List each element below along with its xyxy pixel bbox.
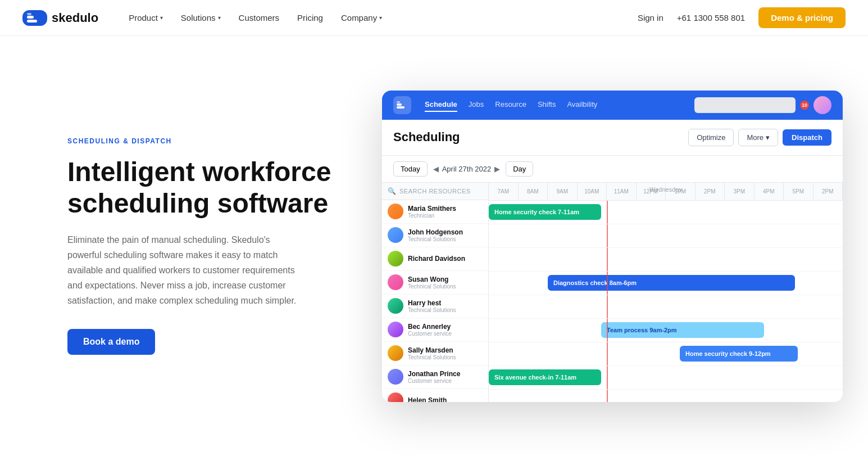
current-time-line [607, 201, 608, 224]
user-avatar[interactable] [814, 96, 831, 114]
time-label: 3PM [725, 183, 755, 200]
resource-row: Harry hest Technical Solutions [382, 295, 488, 318]
chevron-down-icon: ▾ [379, 15, 382, 21]
hero-left: SCHEDULING & DISPATCH Intelligent workfo… [67, 137, 348, 354]
logo-icon [22, 10, 47, 26]
optimize-button[interactable]: Optimize [688, 129, 734, 146]
resource-info: Maria Smithers Technician [408, 205, 483, 219]
resource-row: Jonathan Prince Customer service [382, 365, 488, 389]
time-label: 2PM [696, 183, 725, 200]
resource-avatar [388, 204, 403, 219]
scheduling-actions: Optimize More ▾ Dispatch [688, 129, 831, 146]
hero-description: Eliminate the pain of manual scheduling.… [67, 232, 303, 309]
resource-info: Susan Wong Technical Solutions [408, 276, 483, 290]
current-time-line [607, 224, 608, 247]
dispatch-button[interactable]: Dispatch [783, 129, 831, 146]
current-time-line [607, 390, 608, 402]
chevron-down-icon: ▾ [766, 133, 770, 142]
today-button[interactable]: Today [393, 161, 428, 177]
current-time-line [607, 272, 608, 295]
resource-row: Richard Davidson [382, 247, 488, 271]
event-block[interactable]: Home security check 9-12pm [680, 346, 798, 362]
app-nav-jobs[interactable]: Jobs [469, 98, 484, 112]
current-time-line [607, 319, 608, 342]
date-bar: Today ◀ April 27th 2022 ▶ Day [382, 156, 843, 183]
day-label: Wednesday [649, 186, 682, 193]
resource-avatar [388, 298, 403, 314]
resource-avatar [388, 369, 403, 385]
current-time-line [607, 342, 608, 365]
timeline-row: Six avenue check-in 7-11am [489, 366, 843, 390]
demo-pricing-button[interactable]: Demo & pricing [758, 7, 846, 28]
hero-title: Intelligent workforce scheduling softwar… [67, 156, 348, 218]
resource-avatar [388, 274, 403, 290]
event-block[interactable]: Home security check 7-11am [489, 204, 601, 220]
timeline-row [489, 248, 843, 272]
resource-name: Jonathan Prince [408, 370, 483, 378]
navbar: skedulo Product ▾ Solutions ▾ Customers … [0, 0, 868, 36]
nav-links: Product ▾ Solutions ▾ Customers Pricing … [121, 8, 638, 27]
hero-badge: SCHEDULING & DISPATCH [67, 137, 348, 145]
sign-in-link[interactable]: Sign in [638, 13, 664, 22]
resource-info: Bec Annerley Customer service [408, 323, 483, 337]
app-topbar-right: 10 [694, 96, 831, 114]
resource-info: John Hodgenson Technical Solutions [408, 228, 483, 242]
time-header: Wednesday 7AM8AM9AM10AM11AM12PM1PM2PM3PM… [489, 183, 843, 201]
svg-rect-5 [397, 101, 400, 103]
resource-avatar [388, 322, 403, 337]
event-block[interactable]: Team process 9am-2pm [601, 322, 764, 338]
time-label: 10AM [578, 183, 607, 200]
resource-info: Harry hest Technical Solutions [408, 299, 483, 313]
scheduling-header: Scheduling Optimize More ▾ Dispatch [382, 120, 843, 156]
resource-name: John Hodgenson [408, 228, 483, 236]
chevron-down-icon: ▾ [218, 15, 221, 21]
logo-text: skedulo [52, 11, 98, 25]
app-window: Schedule Jobs Resource Shifts Availbilit… [382, 91, 843, 402]
app-nav-resource[interactable]: Resource [495, 98, 526, 112]
nav-item-customers[interactable]: Customers [231, 8, 288, 27]
book-demo-button[interactable]: Book a demo [67, 329, 155, 355]
app-nav-shifts[interactable]: Shifts [538, 98, 556, 112]
logo[interactable]: skedulo [22, 10, 98, 26]
resources-search-bar[interactable]: 🔍 SEARCH RESOURCES [382, 183, 488, 200]
next-date-arrow[interactable]: ▶ [494, 165, 500, 173]
timeline-rows-container: Home security check 7-11amDiagnostics ch… [489, 201, 843, 402]
resource-row: Maria Smithers Technician [382, 200, 488, 224]
resource-name: Bec Annerley [408, 323, 483, 331]
time-label: 11AM [607, 183, 637, 200]
nav-item-product[interactable]: Product ▾ [121, 8, 171, 27]
nav-item-pricing[interactable]: Pricing [289, 8, 331, 27]
resource-row: Sally Marsden Technical Solutions [382, 342, 488, 365]
prev-date-arrow[interactable]: ◀ [433, 165, 439, 173]
timeline-column: Wednesday 7AM8AM9AM10AM11AM12PM1PM2PM3PM… [489, 183, 843, 402]
time-label: 2PM [814, 183, 843, 200]
resource-row: Bec Annerley Customer service [382, 318, 488, 342]
chevron-down-icon: ▾ [160, 15, 163, 21]
resource-avatar [388, 345, 403, 361]
resource-row: Helen Smith [382, 389, 488, 402]
day-view-button[interactable]: Day [506, 161, 533, 177]
app-nav-schedule[interactable]: Schedule [425, 98, 457, 112]
nav-item-solutions[interactable]: Solutions ▾ [173, 8, 229, 27]
resource-name: Maria Smithers [408, 205, 483, 213]
nav-item-company[interactable]: Company ▾ [333, 8, 390, 27]
event-block[interactable]: Diagnostics check 8am-6pm [548, 275, 795, 291]
resource-role: Technical Solutions [408, 283, 483, 290]
resource-role: Customer service [408, 378, 483, 384]
resource-row: John Hodgenson Technical Solutions [382, 224, 488, 247]
scheduling-title: Scheduling [393, 130, 688, 145]
resource-name: Richard Davidson [408, 255, 483, 263]
resource-role: Technical Solutions [408, 307, 483, 313]
resource-avatar [388, 251, 403, 267]
resource-role: Technical Solutions [408, 236, 483, 242]
resource-row: Susan Wong Technical Solutions [382, 271, 488, 295]
date-navigation: ◀ April 27th 2022 ▶ [433, 165, 500, 173]
current-time-line [607, 295, 608, 318]
event-block[interactable]: Six avenue check-in 7-11am [489, 369, 601, 385]
resource-avatar [388, 392, 403, 402]
app-search-bar[interactable] [694, 97, 796, 113]
app-nav-availability[interactable]: Availbility [567, 98, 597, 112]
app-content: Scheduling Optimize More ▾ Dispatch Toda… [382, 120, 843, 402]
resource-name: Helen Smith [408, 396, 483, 402]
more-button[interactable]: More ▾ [738, 129, 778, 146]
